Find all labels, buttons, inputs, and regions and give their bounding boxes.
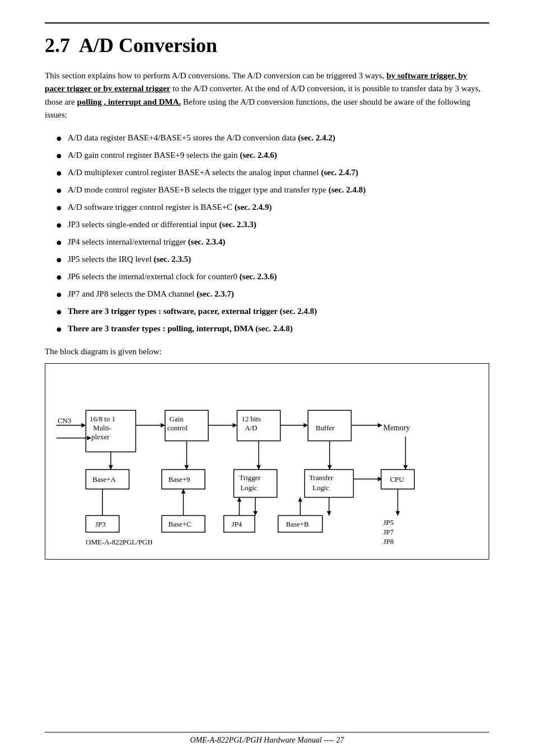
svg-text:A/D: A/D <box>245 424 257 432</box>
list-item-text: JP6 selects the internal/external clock … <box>68 270 277 283</box>
svg-text:Gain: Gain <box>170 415 184 423</box>
svg-text:JP3: JP3 <box>95 520 106 528</box>
svg-text:CPU: CPU <box>390 476 405 483</box>
svg-text:Memory: Memory <box>383 424 410 432</box>
svg-marker-51 <box>253 511 257 515</box>
footer-text: OME-A-822PGL/PGH Hardware Manual ---- 27 <box>190 736 344 744</box>
list-item: ●JP4 selects internal/external trigger (… <box>56 236 489 250</box>
section-heading: A/D Conversion <box>79 34 217 57</box>
svg-text:Trigger: Trigger <box>240 474 261 482</box>
svg-marker-33 <box>327 465 332 469</box>
bullet-dot: ● <box>56 183 62 198</box>
bullet-dot: ● <box>56 270 62 285</box>
list-item: ●A/D gain control register BASE+9 select… <box>56 149 489 163</box>
section-number: 2.7 <box>45 34 70 57</box>
list-item: ●A/D software trigger control register i… <box>56 201 489 215</box>
diagram-svg: CN3 16/8 to 1 Multi- plexer Gain control… <box>51 373 483 550</box>
svg-marker-15 <box>233 423 237 428</box>
page: 2.7 A/D Conversion This section explains… <box>0 0 534 756</box>
bullet-dot: ● <box>56 148 62 163</box>
svg-text:Buffer: Buffer <box>316 424 335 432</box>
list-item-text: JP3 selects single-ended or differential… <box>68 218 256 231</box>
section-title: 2.7 A/D Conversion <box>45 34 489 57</box>
svg-text:12 bits: 12 bits <box>241 415 261 423</box>
list-item: ●JP5 selects the IRQ level (sec. 2.3.5) <box>56 253 489 267</box>
list-item: ●There are 3 trigger types : software, p… <box>56 305 489 320</box>
svg-text:plexer: plexer <box>91 433 110 441</box>
bullet-dot: ● <box>56 287 62 302</box>
bullet-dot: ● <box>56 131 62 146</box>
svg-marker-31 <box>256 465 261 469</box>
list-item-text: There are 3 trigger types : software, pa… <box>68 305 317 318</box>
svg-text:Logic: Logic <box>312 484 329 492</box>
svg-marker-70 <box>181 489 186 494</box>
bold-underline-2: polling , interrupt and DMA. <box>77 97 181 106</box>
bullet-dot: ● <box>56 200 62 215</box>
svg-text:control: control <box>167 424 188 432</box>
top-rule <box>45 22 489 24</box>
list-item: ●A/D multiplexer control register BASE+A… <box>56 166 489 181</box>
svg-marker-53 <box>327 511 331 515</box>
list-item-text: There are 3 transfer types : polling, in… <box>68 322 293 335</box>
bullet-dot: ● <box>56 322 62 337</box>
svg-text:CN3: CN3 <box>58 417 71 425</box>
list-item-text: A/D gain control register BASE+9 selects… <box>68 149 277 162</box>
list-item-text: JP7 and JP8 selects the DMA channel (sec… <box>68 288 234 300</box>
svg-text:Logic: Logic <box>240 484 257 492</box>
list-item-text: JP5 selects the IRQ level (sec. 2.3.5) <box>68 253 191 266</box>
bullet-dot: ● <box>56 166 62 181</box>
svg-text:Base+B: Base+B <box>286 520 309 528</box>
intro-text-start: This section explains how to perform A/D… <box>45 71 386 80</box>
svg-text:JP8: JP8 <box>383 538 394 546</box>
svg-text:OME-A-822PGL/PGH: OME-A-822PGL/PGH <box>86 538 152 546</box>
svg-marker-72 <box>237 497 242 502</box>
svg-text:JP7: JP7 <box>383 528 394 536</box>
svg-text:Transfer: Transfer <box>309 474 334 482</box>
bullet-list: ●A/D data register BASE+4/BASE+5 stores … <box>56 132 489 337</box>
list-item: ●JP7 and JP8 selects the DMA channel (se… <box>56 288 489 302</box>
svg-marker-35 <box>403 465 407 469</box>
bullet-dot: ● <box>56 218 62 233</box>
list-item-text: A/D multiplexer control register BASE+A … <box>68 166 358 179</box>
list-item-text: JP4 selects internal/external trigger (s… <box>68 236 226 248</box>
svg-text:JP5: JP5 <box>383 519 394 527</box>
bullet-dot: ● <box>56 304 62 320</box>
list-item-text: A/D data register BASE+4/BASE+5 stores t… <box>68 132 335 144</box>
intro-paragraph: This section explains how to perform A/D… <box>45 69 489 121</box>
svg-marker-29 <box>185 465 189 469</box>
list-item-text: A/D software trigger control register is… <box>68 201 272 214</box>
bullet-dot: ● <box>56 235 62 250</box>
list-item: ●JP3 selects single-ended or differentia… <box>56 218 489 233</box>
diagram-intro: The block diagram is given below: <box>45 347 489 356</box>
svg-text:16/8 to 1: 16/8 to 1 <box>90 415 115 423</box>
svg-marker-10 <box>161 423 165 428</box>
svg-marker-49 <box>378 477 382 481</box>
svg-marker-4 <box>87 436 91 440</box>
svg-marker-74 <box>298 497 302 502</box>
bullet-dot: ● <box>56 252 62 267</box>
list-item: ●There are 3 transfer types : polling, i… <box>56 322 489 337</box>
list-item: ●JP6 selects the internal/external clock… <box>56 270 489 285</box>
svg-text:JP4: JP4 <box>232 520 242 528</box>
list-item: ●A/D mode control register BASE+B select… <box>56 184 489 198</box>
svg-marker-55 <box>396 511 400 515</box>
block-diagram: CN3 16/8 to 1 Multi- plexer Gain control… <box>45 363 489 560</box>
list-item: ●A/D data register BASE+4/BASE+5 stores … <box>56 132 489 146</box>
svg-marker-1 <box>81 423 86 428</box>
svg-marker-20 <box>303 423 308 428</box>
page-footer: OME-A-822PGL/PGH Hardware Manual ---- 27 <box>45 732 489 745</box>
svg-text:Base+A: Base+A <box>92 476 116 483</box>
svg-text:Base+9: Base+9 <box>168 476 190 483</box>
svg-marker-24 <box>378 423 382 428</box>
svg-text:Base+C: Base+C <box>168 520 191 528</box>
svg-text:Multi-: Multi- <box>93 424 111 432</box>
list-item-text: A/D mode control register BASE+B selects… <box>68 184 366 196</box>
svg-marker-27 <box>109 465 113 469</box>
